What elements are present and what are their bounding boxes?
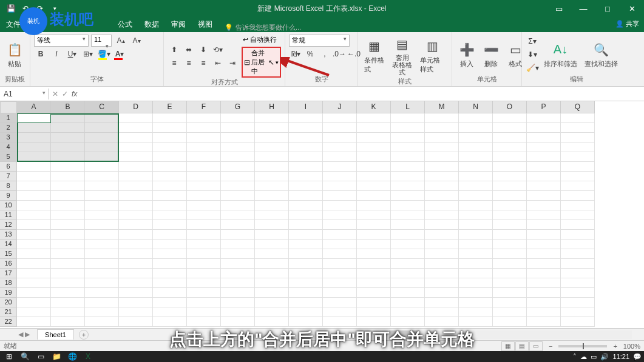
cell[interactable]	[459, 172, 493, 181]
cell[interactable]	[289, 210, 323, 220]
cell[interactable]	[289, 259, 323, 269]
cell[interactable]	[391, 298, 425, 307]
row-header-20[interactable]: 20	[0, 298, 17, 307]
cell[interactable]	[357, 172, 391, 181]
zoom-slider[interactable]	[558, 345, 607, 347]
cell[interactable]	[119, 288, 153, 298]
cell[interactable]	[85, 152, 119, 162]
cell[interactable]	[289, 288, 323, 298]
enter-icon[interactable]: ✓	[62, 90, 68, 98]
cell[interactable]	[119, 298, 153, 307]
cell[interactable]	[391, 142, 425, 152]
cell[interactable]	[459, 288, 493, 298]
cell[interactable]	[527, 249, 561, 259]
cell[interactable]	[561, 230, 595, 240]
cell[interactable]	[17, 249, 51, 259]
cell[interactable]	[459, 162, 493, 172]
cell[interactable]	[289, 162, 323, 172]
cell[interactable]	[187, 133, 221, 142]
cell[interactable]	[391, 230, 425, 240]
align-top-icon[interactable]: ⬆	[168, 44, 181, 56]
ribbon-options-icon[interactable]: ▭	[547, 0, 571, 17]
cell[interactable]	[527, 220, 561, 230]
cell[interactable]	[255, 317, 289, 327]
cell[interactable]	[119, 123, 153, 133]
cell[interactable]	[561, 259, 595, 269]
cancel-icon[interactable]: ✕	[52, 90, 58, 98]
cell[interactable]	[17, 259, 51, 269]
cell[interactable]	[459, 317, 493, 327]
cell[interactable]	[119, 220, 153, 230]
cell[interactable]	[51, 133, 85, 142]
cell[interactable]	[255, 220, 289, 230]
tab-data[interactable]: 数据	[138, 17, 165, 32]
tab-review[interactable]: 审阅	[165, 17, 192, 32]
cell[interactable]	[493, 307, 527, 317]
cell[interactable]	[561, 278, 595, 288]
bold-button[interactable]: B	[34, 48, 47, 60]
row-header-12[interactable]: 12	[0, 220, 17, 230]
cell[interactable]	[85, 201, 119, 210]
share-button[interactable]: 👤 共享	[615, 19, 639, 28]
cell[interactable]	[85, 142, 119, 152]
cell[interactable]	[51, 210, 85, 220]
cell[interactable]	[51, 181, 85, 191]
cell[interactable]	[153, 142, 187, 152]
cell[interactable]	[187, 142, 221, 152]
cell[interactable]	[119, 201, 153, 210]
cell[interactable]	[153, 288, 187, 298]
cell[interactable]	[85, 113, 119, 123]
cell[interactable]	[323, 220, 357, 230]
cell[interactable]	[357, 162, 391, 172]
row-header-10[interactable]: 10	[0, 201, 17, 210]
cell[interactable]	[221, 220, 255, 230]
cell[interactable]	[425, 181, 459, 191]
save-icon[interactable]: 💾	[5, 2, 17, 15]
cell[interactable]	[289, 172, 323, 181]
cell[interactable]	[357, 220, 391, 230]
cell[interactable]	[51, 113, 85, 123]
cell[interactable]	[119, 210, 153, 220]
italic-button[interactable]: I	[50, 48, 63, 60]
cell[interactable]	[255, 298, 289, 307]
cell[interactable]	[561, 240, 595, 249]
cell[interactable]	[187, 269, 221, 278]
fill-icon[interactable]: ⬇▾	[526, 49, 539, 61]
cell[interactable]	[17, 152, 51, 162]
cell[interactable]	[51, 162, 85, 172]
conditional-format-button[interactable]: ▦ 条件格式	[362, 36, 387, 75]
cell[interactable]	[527, 181, 561, 191]
currency-icon[interactable]: ₪▾	[289, 48, 302, 60]
cell[interactable]	[357, 288, 391, 298]
cell[interactable]	[459, 113, 493, 123]
cell[interactable]	[153, 278, 187, 288]
delete-button[interactable]: ➖删除	[480, 40, 502, 70]
cell[interactable]	[119, 133, 153, 142]
cell[interactable]	[85, 288, 119, 298]
cell[interactable]	[493, 152, 527, 162]
increase-decimal-icon[interactable]: .0→	[333, 48, 346, 60]
cell[interactable]	[425, 142, 459, 152]
cell[interactable]	[17, 307, 51, 317]
notification-icon[interactable]: 💬	[633, 353, 642, 361]
cell[interactable]	[323, 210, 357, 220]
cell[interactable]	[493, 298, 527, 307]
cell[interactable]	[561, 162, 595, 172]
cell[interactable]	[85, 240, 119, 249]
cell[interactable]	[255, 240, 289, 249]
row-header-3[interactable]: 3	[0, 133, 17, 142]
cell[interactable]	[221, 162, 255, 172]
cell[interactable]	[527, 317, 561, 327]
cell[interactable]	[391, 162, 425, 172]
wrap-text-button[interactable]: ↩ 自动换行	[242, 35, 281, 45]
cell[interactable]	[17, 201, 51, 210]
cell[interactable]	[459, 220, 493, 230]
fx-icon[interactable]: fx	[72, 90, 77, 98]
cell[interactable]	[255, 142, 289, 152]
cell[interactable]	[221, 201, 255, 210]
font-size-select[interactable]: 11	[91, 35, 112, 47]
cell[interactable]	[221, 152, 255, 162]
cell[interactable]	[17, 230, 51, 240]
cell[interactable]	[323, 162, 357, 172]
cell[interactable]	[357, 142, 391, 152]
